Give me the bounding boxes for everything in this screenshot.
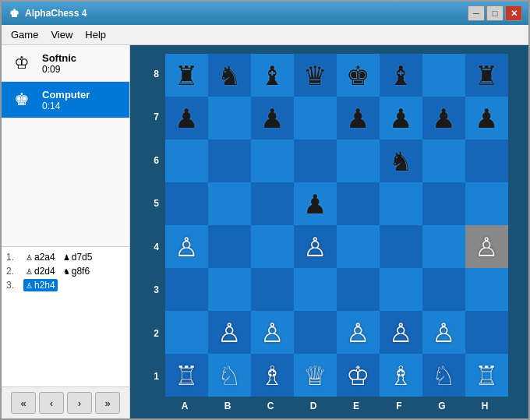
cell-6-6[interactable]: ♙ [422, 311, 465, 354]
cell-3-3[interactable]: ♟ [294, 182, 337, 225]
cell-3-1[interactable] [208, 182, 251, 225]
cell-1-6[interactable]: ♟ [422, 97, 465, 139]
cell-7-6[interactable]: ♘ [422, 354, 465, 397]
player-computer[interactable]: ♚ Computer 0:14 [2, 82, 129, 118]
cell-1-5[interactable]: ♟ [380, 97, 422, 139]
move-black-1[interactable]: ♟ d7d5 [61, 251, 95, 263]
move-white-3[interactable]: ♙ h2h4 [23, 279, 58, 291]
first-move-button[interactable]: « [11, 392, 36, 414]
cell-7-3[interactable]: ♕ [294, 354, 337, 397]
cell-0-1[interactable]: ♞ [208, 54, 251, 97]
menu-help[interactable]: Help [79, 26, 112, 43]
prev-move-button[interactable]: ‹ [39, 392, 64, 414]
move-white-icon-2: ♙ [26, 267, 33, 276]
cell-0-0[interactable]: ♜ [165, 54, 208, 97]
cell-2-5[interactable]: ♞ [380, 139, 422, 182]
cell-3-6[interactable] [422, 182, 465, 225]
minimize-button[interactable]: ─ [468, 5, 485, 21]
cell-6-1[interactable]: ♙ [208, 311, 251, 354]
piece-7-1: ♘ [217, 362, 241, 389]
cell-5-1[interactable] [208, 268, 251, 311]
move-num-1: 1. [6, 252, 20, 263]
cell-2-4[interactable] [337, 139, 380, 182]
cell-7-2[interactable]: ♗ [251, 354, 294, 397]
menu-game[interactable]: Game [5, 26, 44, 43]
cell-0-6[interactable] [422, 54, 465, 97]
cell-0-4[interactable]: ♚ [337, 54, 380, 97]
player-softnic-avatar: ♔ [8, 49, 36, 77]
cell-5-5[interactable] [380, 268, 422, 311]
file-a: A [164, 398, 207, 411]
maximize-button[interactable]: □ [486, 5, 504, 21]
cell-6-4[interactable]: ♙ [337, 311, 380, 354]
cell-3-5[interactable] [380, 182, 422, 225]
cell-4-4[interactable] [337, 225, 380, 268]
cell-2-7[interactable] [465, 139, 508, 182]
cell-5-2[interactable] [251, 268, 294, 311]
piece-1-0: ♟ [175, 105, 198, 132]
file-h: H [464, 398, 507, 411]
move-white-1[interactable]: ♙ a2a4 [23, 251, 58, 263]
cell-2-0[interactable] [165, 139, 208, 182]
cell-1-2[interactable]: ♟ [251, 97, 294, 139]
next-move-button[interactable]: › [67, 392, 92, 414]
cell-1-1[interactable] [208, 97, 251, 139]
last-move-button[interactable]: » [95, 392, 120, 414]
cell-5-7[interactable] [465, 268, 508, 311]
cell-5-6[interactable] [422, 268, 465, 311]
piece-3-3: ♟ [303, 191, 327, 217]
move-white-icon-3: ♙ [26, 281, 33, 290]
cell-4-5[interactable] [380, 225, 422, 268]
cell-7-0[interactable]: ♖ [165, 354, 208, 397]
move-white-2[interactable]: ♙ d2d4 [23, 265, 58, 277]
cell-4-3[interactable]: ♙ [294, 225, 337, 268]
cell-3-2[interactable] [251, 182, 294, 225]
menu-view[interactable]: View [44, 26, 79, 43]
cell-6-0[interactable] [165, 311, 208, 354]
cell-2-6[interactable] [422, 139, 465, 182]
cell-3-0[interactable] [165, 182, 208, 225]
piece-1-7: ♟ [475, 105, 498, 132]
cell-3-7[interactable] [465, 182, 508, 225]
move-white-icon-1: ♙ [26, 253, 33, 262]
piece-6-4: ♙ [346, 319, 369, 346]
cell-1-4[interactable]: ♟ [337, 97, 380, 139]
piece-0-1: ♞ [217, 62, 241, 89]
cell-2-3[interactable] [294, 139, 337, 182]
cell-0-2[interactable]: ♝ [251, 54, 294, 97]
cell-4-6[interactable] [422, 225, 465, 268]
cell-7-1[interactable]: ♘ [208, 354, 251, 397]
cell-4-2[interactable] [251, 225, 294, 268]
app-window: ♚ AlphaChess 4 ─ □ ✕ Game View Help ♔ So… [0, 0, 530, 420]
rank-3: 3 [150, 269, 164, 312]
cell-1-3[interactable] [294, 97, 337, 139]
cell-4-7[interactable]: ♙ [465, 225, 508, 268]
cell-4-0[interactable]: ♙ [165, 225, 208, 268]
cell-5-4[interactable] [337, 268, 380, 311]
cell-6-7[interactable] [465, 311, 508, 354]
cell-6-3[interactable] [294, 311, 337, 354]
cell-6-2[interactable]: ♙ [251, 311, 294, 354]
piece-1-4: ♟ [346, 105, 369, 132]
close-button[interactable]: ✕ [505, 5, 522, 21]
cell-5-3[interactable] [294, 268, 337, 311]
cell-6-5[interactable]: ♙ [380, 311, 422, 354]
cell-2-2[interactable] [251, 139, 294, 182]
cell-7-4[interactable]: ♔ [337, 354, 380, 397]
cell-2-1[interactable] [208, 139, 251, 182]
rank-7: 7 [150, 96, 164, 139]
cell-7-5[interactable]: ♗ [380, 354, 422, 397]
piece-1-6: ♟ [432, 105, 455, 132]
cell-0-5[interactable]: ♝ [380, 54, 422, 97]
cell-4-1[interactable] [208, 225, 251, 268]
cell-3-4[interactable] [337, 182, 380, 225]
cell-1-0[interactable]: ♟ [165, 97, 208, 139]
cell-5-0[interactable] [165, 268, 208, 311]
player-softnic[interactable]: ♔ Softnic 0:09 [2, 45, 129, 82]
cell-1-7[interactable]: ♟ [465, 97, 508, 139]
cell-7-7[interactable]: ♖ [465, 354, 508, 397]
moves-panel[interactable]: 1. ♙ a2a4 ♟ d7d5 2. ♙ d2d4 [2, 246, 129, 386]
cell-0-3[interactable]: ♛ [294, 54, 337, 97]
cell-0-7[interactable]: ♜ [465, 54, 508, 97]
move-black-2[interactable]: ♞ g8f6 [61, 265, 92, 277]
